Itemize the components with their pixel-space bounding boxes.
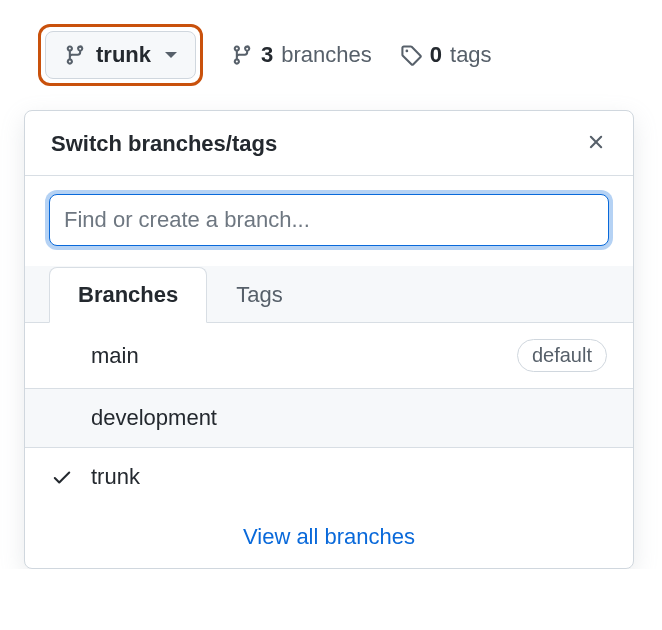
tab-branches[interactable]: Branches <box>49 267 207 323</box>
check-icon <box>51 466 91 488</box>
branches-link[interactable]: 3 branches <box>231 42 372 68</box>
close-icon[interactable] <box>585 131 607 157</box>
search-container <box>25 176 633 266</box>
dropdown-header: Switch branches/tags <box>25 111 633 176</box>
branch-name: development <box>91 405 607 431</box>
branches-count: 3 <box>261 42 273 68</box>
branch-search-input[interactable] <box>49 194 609 246</box>
git-branch-icon <box>231 44 253 66</box>
dropdown-tabs: Branches Tags <box>25 266 633 323</box>
branches-label: branches <box>281 42 372 68</box>
branch-name: trunk <box>91 464 607 490</box>
tab-tags[interactable]: Tags <box>207 267 311 323</box>
branch-item-main[interactable]: main default <box>25 323 633 389</box>
default-badge: default <box>517 339 607 372</box>
branch-selector-button[interactable]: trunk <box>45 31 196 79</box>
branch-name: main <box>91 343 517 369</box>
branch-switcher-dropdown: Switch branches/tags Branches Tags main … <box>24 110 634 569</box>
branch-item-trunk[interactable]: trunk <box>25 448 633 506</box>
branch-item-development[interactable]: development <box>25 389 633 448</box>
branch-selector-highlight: trunk <box>38 24 203 86</box>
tags-label: tags <box>450 42 492 68</box>
tags-count: 0 <box>430 42 442 68</box>
caret-down-icon <box>165 52 177 58</box>
current-branch-label: trunk <box>96 42 151 68</box>
tags-link[interactable]: 0 tags <box>400 42 492 68</box>
branch-list: main default development trunk <box>25 323 633 506</box>
dropdown-title: Switch branches/tags <box>51 131 277 157</box>
tag-icon <box>400 44 422 66</box>
repo-toolbar: trunk 3 branches 0 tags <box>24 24 662 86</box>
git-branch-icon <box>64 44 86 66</box>
view-all-branches-link[interactable]: View all branches <box>25 506 633 568</box>
